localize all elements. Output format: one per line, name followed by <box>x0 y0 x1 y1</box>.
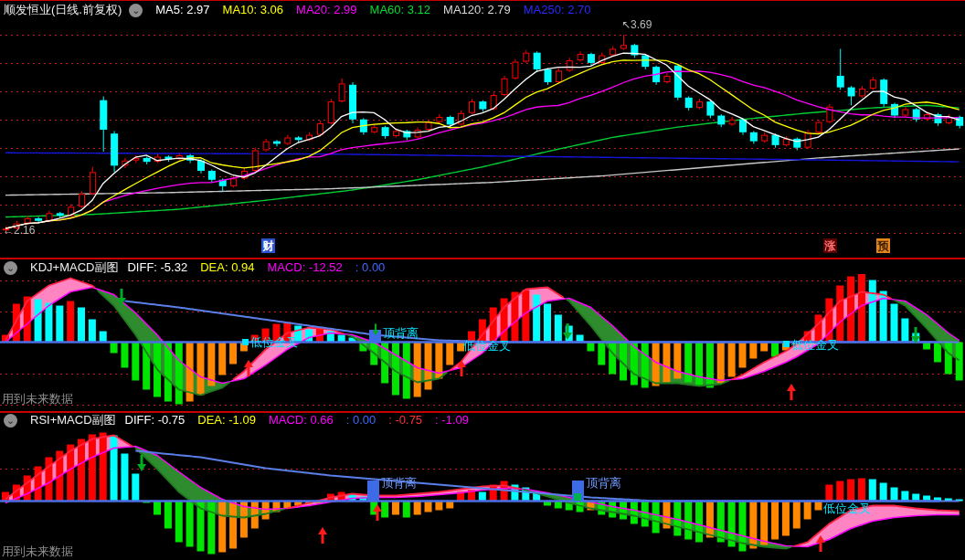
sub2-indicator-name: RSI+MACD副图 <box>30 413 116 428</box>
signal-annotation: 低位金叉 <box>250 336 298 349</box>
header-value: : 0.00 <box>355 260 386 275</box>
header-value: MA10: 3.06 <box>223 3 284 17</box>
chart-canvas <box>0 0 965 560</box>
ma-value-labels: MA5: 2.97MA10: 3.06MA20: 2.99MA60: 3.12M… <box>155 3 603 17</box>
sub2-values: DIFF: -0.75DEA: -1.09MACD: 0.66: 0.00: -… <box>125 413 482 428</box>
chevron-down-icon[interactable]: ⌄ <box>4 414 17 428</box>
header-value: MACD: 0.66 <box>269 413 334 428</box>
sub2-header: ⌄ RSI+MACD副图 DIFF: -0.75DEA: -1.09MACD: … <box>4 413 482 428</box>
event-marker[interactable]: 财 <box>261 238 275 253</box>
header-value: : -1.09 <box>435 413 469 428</box>
signal-annotation: 低位金叉 <box>791 339 839 352</box>
future-data-note: 用到未来数据 <box>2 544 73 560</box>
stock-title: 顺发恒业(日线.前复权) <box>4 3 122 17</box>
event-marker[interactable]: 涨 <box>823 238 837 253</box>
stock-app-window: 顺发恒业(日线.前复权) ⌄ MA5: 2.97MA10: 3.06MA20: … <box>0 0 965 560</box>
header-value: DIFF: -0.75 <box>125 413 186 428</box>
signal-annotation: 顶背离 <box>381 477 417 490</box>
main-chart-header: 顺发恒业(日线.前复权) ⌄ MA5: 2.97MA10: 3.06MA20: … <box>4 3 603 17</box>
signal-annotation: 顶背离 <box>586 477 621 490</box>
header-value: DEA: -1.09 <box>197 413 256 428</box>
future-data-note: 用到未来数据 <box>2 391 73 407</box>
header-value: DEA: 0.94 <box>200 260 254 275</box>
header-value: : -0.75 <box>388 413 422 428</box>
sub1-header: ⌄ KDJ+MACD副图 DIFF: -5.32DEA: 0.94MACD: -… <box>4 260 398 275</box>
header-value: MA120: 2.79 <box>443 3 511 17</box>
signal-annotation: 低位金叉 <box>463 340 511 353</box>
signal-annotation: 低位金叉 <box>823 502 871 515</box>
chevron-down-icon[interactable]: ⌄ <box>4 261 17 275</box>
min-price-label: ←2.16 <box>3 224 35 237</box>
header-value: MA20: 2.99 <box>296 3 357 17</box>
header-value: MA5: 2.97 <box>155 3 209 17</box>
header-value: : 0.00 <box>346 413 376 428</box>
header-value: MA250: 2.70 <box>524 3 591 17</box>
header-value: MACD: -12.52 <box>267 260 342 275</box>
chevron-down-icon[interactable]: ⌄ <box>129 4 143 17</box>
header-value: DIFF: -5.32 <box>127 260 187 275</box>
header-value: MA60: 3.12 <box>370 3 431 17</box>
signal-annotation: 顶背离 <box>383 327 419 340</box>
sub1-values: DIFF: -5.32DEA: 0.94MACD: -12.52: 0.00 <box>127 260 398 275</box>
event-marker[interactable]: 预 <box>876 238 890 253</box>
peak-price-label: ↖3.69 <box>621 18 652 31</box>
sub1-indicator-name: KDJ+MACD副图 <box>30 260 118 275</box>
